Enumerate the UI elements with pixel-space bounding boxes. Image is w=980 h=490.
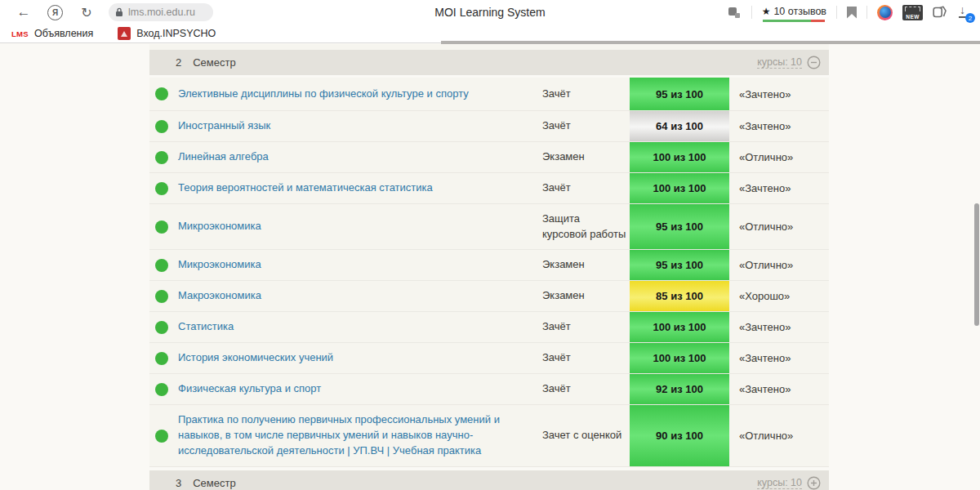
grade-text: «Зачтено»	[739, 120, 791, 132]
reviews-label: 10 отзывов	[773, 6, 826, 17]
grade-text: «Зачтено»	[739, 321, 791, 333]
status-dot-icon	[155, 220, 168, 234]
score-badge: 100 из 100	[630, 343, 729, 373]
course-link[interactable]: Теория вероятностей и математическая ста…	[178, 180, 539, 196]
assessment-type: Зачёт	[542, 87, 627, 101]
table-row: Элективные дисциплины по физической куль…	[149, 78, 829, 111]
bookmark-icon[interactable]	[847, 7, 857, 19]
table-row: Микроэкономика Защита курсовой работы 95…	[149, 204, 829, 250]
status-dot-icon	[155, 151, 168, 164]
score-badge: 100 из 100	[630, 173, 729, 203]
extension-circle-icon[interactable]	[877, 5, 893, 20]
score-badge: 90 из 100	[630, 405, 729, 466]
score-badge: 95 из 100	[630, 250, 729, 280]
status-dot-icon	[155, 182, 168, 195]
semester-3-header: 3 Семестр курсы: 10	[149, 470, 829, 490]
grades-table: 2 Семестр курсы: 10 Элективные дисциплин…	[149, 44, 829, 490]
divider	[866, 6, 867, 19]
table-row: Линейная алгебра Экзамен 100 из 100 «Отл…	[149, 142, 829, 173]
vertical-scrollbar-thumb[interactable]	[974, 203, 979, 326]
course-link[interactable]: Практика по получению первичных професси…	[178, 412, 539, 459]
assessment-type: Экзамен	[542, 257, 627, 272]
course-link[interactable]: Физическая культура и спорт	[178, 381, 539, 397]
status-dot-icon	[155, 321, 168, 334]
score-badge: 100 из 100	[630, 142, 729, 172]
course-link[interactable]: Микроэкономика	[178, 219, 539, 234]
expand-icon[interactable]	[807, 476, 821, 490]
bookmark-item-inpsycho[interactable]: Вход.INPSYCHO	[114, 27, 219, 40]
course-link[interactable]: Макроэкономика	[178, 288, 539, 304]
grade-text: «Зачтено»	[739, 352, 791, 364]
grade-text: «Хорошо»	[739, 290, 790, 302]
table-row: История экономических учений Зачёт 100 и…	[149, 343, 829, 374]
star-icon: ★	[762, 6, 771, 17]
assessment-type: Зачёт	[542, 180, 627, 195]
grade-text: «Зачтено»	[739, 383, 791, 395]
course-link[interactable]: Микроэкономика	[178, 257, 539, 273]
assessment-type: Экзамен	[542, 288, 627, 303]
assessment-type: Защита курсовой работы	[542, 212, 627, 241]
table-row: Теория вероятностей и математическая ста…	[149, 173, 829, 204]
course-link[interactable]: Линейная алгебра	[178, 149, 539, 165]
table-row: Микроэкономика Экзамен 95 из 100 «Отличн…	[149, 250, 829, 281]
divider	[836, 6, 837, 19]
score-badge: 64 из 100	[630, 111, 729, 141]
status-dot-icon	[155, 383, 168, 396]
semester-2-header: 2 Семестр курсы: 10	[149, 50, 829, 75]
address-bar[interactable]: lms.moi.edu.ru	[109, 3, 213, 21]
yandex-browser-icon[interactable]: Я	[47, 5, 63, 20]
table-row: Иностранный язык Зачёт 64 из 100 «Зачтен…	[149, 111, 829, 142]
assessment-type: Зачёт	[542, 350, 627, 365]
status-dot-icon	[155, 352, 168, 365]
site-reviews[interactable]: ★ 10 отзывов	[762, 6, 826, 22]
assessment-type: Зачет с оценкой	[542, 428, 627, 443]
score-badge: 95 из 100	[630, 78, 729, 110]
video-downloader-new-icon[interactable]: NEW	[902, 5, 923, 20]
courses-count-link[interactable]: курсы: 10	[757, 477, 802, 489]
grade-text: «Отлично»	[739, 430, 793, 442]
rating-bar	[763, 20, 825, 22]
course-link[interactable]: История экономических учений	[178, 350, 539, 366]
course-link[interactable]: Элективные дисциплины по физической куль…	[178, 87, 539, 102]
downloads-icon[interactable]: ↓ 2	[957, 4, 972, 20]
assessment-type: Зачёт	[542, 381, 627, 396]
tag-icon[interactable]	[933, 6, 947, 19]
status-dot-icon	[155, 430, 168, 443]
protect-icon[interactable]	[728, 7, 742, 19]
status-dot-icon	[155, 259, 168, 272]
table-row: Статистика Зачёт 100 из 100 «Зачтено»	[149, 312, 829, 343]
page-content: 2 Семестр курсы: 10 Элективные дисциплин…	[0, 44, 980, 490]
course-link[interactable]: Статистика	[178, 319, 539, 335]
assessment-type: Зачёт	[542, 118, 627, 133]
course-link[interactable]: Иностранный язык	[178, 118, 539, 134]
collapse-icon[interactable]	[807, 56, 821, 69]
grade-text: «Зачтено»	[739, 182, 791, 194]
status-dot-icon	[155, 290, 168, 303]
grade-text: «Зачтено»	[739, 88, 791, 100]
table-row: Физическая культура и спорт Зачёт 92 из …	[149, 374, 829, 405]
score-badge: 92 из 100	[630, 374, 729, 404]
page-title: MOI Learning System	[434, 6, 545, 19]
lms-favicon: LMS	[11, 29, 29, 38]
browser-chrome: ← Я ↻ lms.moi.edu.ru MOI Learning System…	[0, 0, 980, 24]
grade-text: «Отлично»	[739, 259, 793, 271]
bookmark-item-announcements[interactable]: LMS Объявления	[8, 28, 96, 39]
status-dot-icon	[155, 87, 168, 100]
score-badge: 95 из 100	[630, 204, 729, 249]
refresh-icon[interactable]: ↻	[73, 2, 100, 23]
table-row: Макроэкономика Экзамен 85 из 100 «Хорошо…	[149, 281, 829, 312]
grade-text: «Отлично»	[739, 151, 793, 163]
inpsycho-favicon	[118, 27, 131, 40]
assessment-type: Экзамен	[542, 149, 627, 164]
courses-count-link[interactable]: курсы: 10	[757, 56, 802, 69]
clipped-row	[149, 44, 829, 50]
score-badge: 100 из 100	[630, 312, 729, 342]
url-text: lms.moi.edu.ru	[128, 7, 195, 18]
back-icon[interactable]: ←	[10, 2, 38, 23]
table-row: Практика по получению первичных професси…	[149, 405, 829, 467]
downloads-count-badge: 2	[965, 13, 975, 23]
divider	[751, 6, 752, 19]
assessment-type: Зачёт	[542, 319, 627, 334]
new-badge: NEW	[902, 14, 923, 20]
grade-text: «Отлично»	[739, 220, 793, 233]
